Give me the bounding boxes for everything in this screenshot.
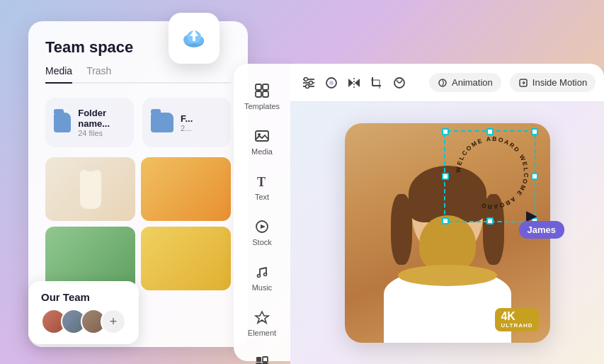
svg-point-24: [304, 77, 308, 81]
svg-rect-8: [256, 91, 261, 97]
sidebar-item-brand[interactable]: Brand: [238, 347, 286, 364]
svg-rect-18: [263, 357, 268, 362]
folder-card-1[interactable]: Folder name... 24 files: [45, 98, 134, 147]
music-icon: [253, 263, 270, 280]
badge-4k-sub: ULTRAHD: [501, 322, 532, 329]
sidebar-item-stock[interactable]: Stock: [238, 211, 286, 254]
svg-rect-6: [256, 84, 261, 90]
sidebar: Templates Media T Text Stock: [234, 64, 290, 361]
folder-info-1: Folder name... 24 files: [78, 108, 125, 137]
svg-rect-9: [263, 91, 268, 97]
inside-motion-icon: [518, 78, 528, 88]
inside-motion-label: Inside Motion: [532, 77, 587, 88]
handle-top-right[interactable]: [531, 128, 538, 135]
folder-icon-1: [54, 113, 71, 132]
bottle-icon: [80, 170, 101, 209]
folder-info-2: F... 2...: [181, 113, 193, 132]
svg-rect-17: [256, 357, 261, 362]
media-thumb-1[interactable]: [45, 157, 135, 221]
folder-name-1: Folder name...: [78, 108, 125, 129]
svg-marker-29: [348, 79, 353, 87]
handle-bottom-mid[interactable]: [486, 217, 494, 224]
handle-top-left[interactable]: [442, 128, 449, 135]
text-icon: T: [253, 173, 270, 190]
add-member-button[interactable]: +: [101, 309, 126, 334]
svg-rect-5: [193, 35, 195, 41]
sidebar-label-element: Element: [248, 329, 276, 337]
folder-count-1: 24 files: [78, 129, 125, 137]
folder-card-2[interactable]: F... 2...: [142, 98, 231, 147]
crop-toolbar-icon[interactable]: [370, 72, 384, 94]
svg-point-16: [264, 273, 267, 276]
element-icon: [253, 309, 270, 326]
svg-rect-10: [256, 131, 268, 141]
handle-top-mid[interactable]: [486, 128, 494, 135]
brand-icon: [253, 354, 270, 364]
sidebar-label-templates: Templates: [244, 102, 280, 110]
canvas-area: WELCOME ABOARD WELCOME ABOARD 4K: [290, 102, 604, 364]
badge-4k: 4K ULTRAHD: [495, 308, 538, 331]
mask-toolbar-icon[interactable]: [392, 72, 406, 94]
our-team-label: Our Team: [41, 291, 126, 303]
image-icon: [253, 127, 270, 144]
upload-cloud-icon: [180, 24, 208, 52]
media-thumb-4[interactable]: [141, 227, 231, 290]
svg-rect-7: [263, 84, 268, 90]
hat: [398, 215, 497, 286]
folder-icon-2: [151, 113, 173, 132]
svg-point-28: [329, 81, 334, 85]
sidebar-item-text[interactable]: T Text: [238, 166, 286, 208]
our-team-panel: Our Team +: [28, 281, 139, 344]
hat-brim: [398, 265, 497, 286]
svg-marker-30: [355, 79, 360, 87]
badge-4k-main: 4K: [501, 311, 532, 322]
circle-toolbar-icon[interactable]: [324, 72, 338, 94]
sidebar-label-text: Text: [255, 193, 269, 201]
editor-area: Animation Inside Motion: [290, 64, 604, 364]
handle-mid-right[interactable]: [531, 173, 538, 180]
sidebar-label-music: Music: [252, 283, 273, 292]
tab-media[interactable]: Media: [45, 65, 72, 84]
folder-name-2: F...: [181, 113, 193, 124]
editor-toolbar: Animation Inside Motion: [290, 64, 604, 102]
svg-point-26: [306, 84, 309, 88]
sidebar-label-stock: Stock: [252, 238, 272, 246]
play-icon: [253, 218, 270, 235]
sidebar-item-templates[interactable]: Templates: [238, 75, 286, 118]
team-avatars: +: [41, 309, 126, 334]
svg-text:T: T: [257, 175, 266, 189]
folder-count-2: 2...: [181, 124, 193, 132]
selection-box: [444, 130, 536, 222]
animation-button[interactable]: Animation: [429, 73, 501, 92]
svg-marker-14: [261, 224, 266, 229]
handle-bottom-left[interactable]: [442, 217, 449, 224]
animation-label: Animation: [452, 77, 493, 88]
media-thumb-2[interactable]: [141, 157, 231, 221]
tab-trash[interactable]: Trash: [86, 65, 111, 84]
handle-mid-left[interactable]: [442, 173, 449, 180]
collaborator-label-james: James: [519, 221, 564, 239]
folder-row: Folder name... 24 files F... 2...: [45, 98, 231, 147]
sidebar-label-media: Media: [251, 147, 273, 156]
inside-motion-button[interactable]: Inside Motion: [510, 73, 596, 92]
team-tabs: Media Trash: [45, 65, 231, 84]
sidebar-item-media[interactable]: Media: [238, 120, 286, 163]
upload-icon-float[interactable]: [169, 13, 220, 64]
grid-icon: [253, 82, 270, 99]
animation-icon: [438, 78, 448, 88]
sidebar-item-element[interactable]: Element: [238, 302, 286, 344]
svg-point-25: [309, 81, 313, 84]
sidebar-item-music[interactable]: Music: [238, 256, 286, 299]
media-grid: [45, 157, 231, 290]
svg-point-15: [258, 275, 261, 278]
flip-toolbar-icon[interactable]: [347, 72, 361, 94]
filter-toolbar-icon[interactable]: [302, 72, 316, 94]
